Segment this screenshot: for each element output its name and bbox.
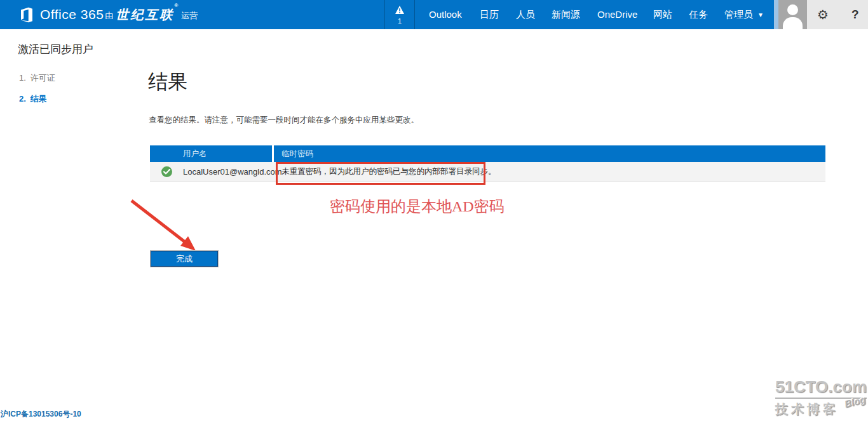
registered-mark: ® — [174, 3, 180, 8]
table-header-row: 用户名 临时密码 — [150, 145, 825, 162]
office365-logo[interactable]: Office 365 由 世纪互联® 运营 — [18, 0, 198, 29]
nav-people[interactable]: 人员 — [516, 0, 535, 29]
topbar-utility-panel: ⚙ ? — [807, 0, 868, 29]
row-username: LocalUser01@wangld.com — [183, 167, 274, 177]
settings-gear-icon[interactable]: ⚙ — [817, 0, 829, 29]
logo-by-text: 由 — [105, 8, 113, 22]
success-check-icon — [161, 166, 172, 177]
notifications-alert-button[interactable]: 1 — [384, 0, 415, 29]
results-heading: 结果 — [148, 69, 187, 95]
watermark-site-text: 51CTO.com — [775, 377, 867, 399]
logo-suffix-text: 运营 — [181, 8, 198, 22]
results-table: 用户名 临时密码 LocalUser01@wangld.com 未重置密码，因为… — [150, 145, 825, 182]
user-avatar[interactable] — [778, 0, 807, 29]
alert-count: 1 — [398, 17, 402, 25]
suite-bar: Office 365 由 世纪互联® 运营 1 Outlook 日历 人员 新闻… — [0, 0, 868, 29]
nav-calendar[interactable]: 日历 — [480, 0, 499, 29]
wizard-step-licenses[interactable]: 1.许可证 — [19, 72, 55, 84]
nav-sites[interactable]: 网站 — [653, 0, 672, 29]
chevron-down-icon: ▼ — [757, 11, 764, 18]
nav-admin-menu[interactable]: 管理员▼ — [724, 0, 764, 29]
wizard-step-results[interactable]: 2.结果 — [19, 93, 47, 105]
51cto-watermark: 51CTO.com 技术博客 Blog — [775, 377, 867, 418]
warning-triangle-icon — [395, 5, 404, 17]
nav-outlook[interactable]: Outlook — [429, 0, 462, 29]
nav-newsfeed[interactable]: 新闻源 — [552, 0, 580, 29]
column-header-temp-password: 临时密码 — [274, 145, 825, 162]
nav-onedrive[interactable]: OneDrive — [597, 0, 637, 29]
icp-license-link[interactable]: 沪ICP备13015306号-10 — [1, 409, 81, 420]
help-button[interactable]: ? — [851, 0, 859, 29]
watermark-tagline-text: 技术博客 — [775, 401, 839, 418]
avatar-head-shape — [787, 4, 798, 15]
office-logo-icon — [18, 7, 34, 23]
done-button[interactable]: 完成 — [151, 251, 218, 267]
step-number: 2. — [19, 94, 26, 104]
topbar-divider-strip — [774, 0, 778, 29]
step-label: 许可证 — [31, 73, 55, 83]
avatar-torso-shape — [783, 17, 803, 29]
row-status-cell — [150, 166, 183, 177]
step-number: 1. — [19, 73, 26, 83]
step-label: 结果 — [31, 94, 47, 104]
annotation-note-text: 密码使用的是本地AD密码 — [330, 196, 505, 217]
row-temp-password: 未重置密码，因为此用户的密码已与您的内部部署目录同步。 — [274, 166, 825, 177]
nav-tasks[interactable]: 任务 — [689, 0, 708, 29]
results-description: 查看您的结果。请注意，可能需要一段时间才能在多个服务中应用某些更改。 — [149, 115, 419, 126]
logo-operator-text: 世纪互联® — [116, 6, 180, 23]
page-title: 激活已同步用户 — [18, 42, 93, 57]
column-header-username: 用户名 — [150, 145, 272, 162]
logo-product-text: Office 365 — [40, 7, 104, 22]
annotation-arrow-icon — [124, 196, 207, 259]
table-row: LocalUser01@wangld.com 未重置密码，因为此用户的密码已与您… — [150, 162, 825, 182]
office365-admin-screen: Office 365 由 世纪互联® 运营 1 Outlook 日历 人员 新闻… — [0, 0, 868, 428]
